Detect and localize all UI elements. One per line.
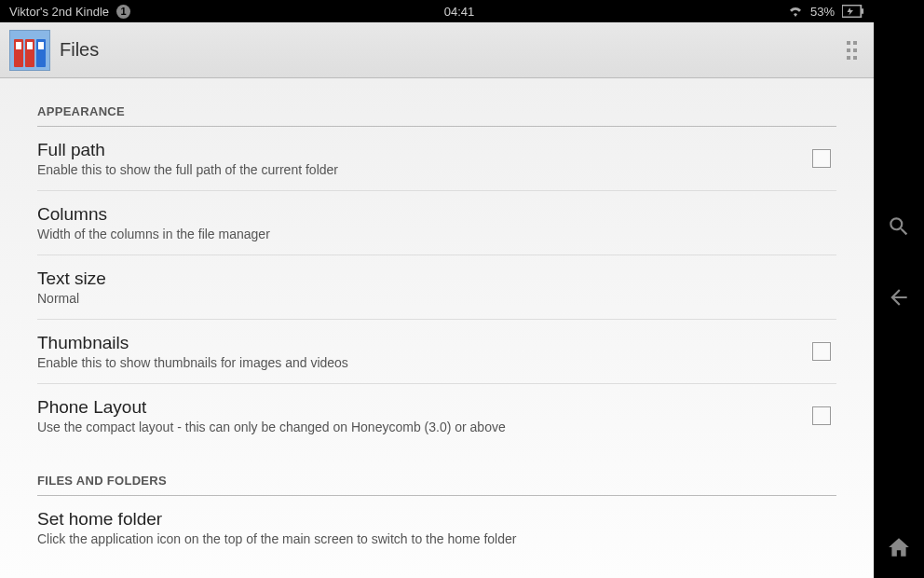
setting-subtitle: Width of the columns in the file manager (37, 227, 836, 241)
setting-title: Full path (37, 140, 794, 160)
setting-subtitle: Normal (37, 291, 836, 306)
battery-percent: 53% (810, 5, 835, 19)
battery-icon (842, 5, 864, 18)
notification-badge: 1 (116, 5, 130, 19)
settings-content[interactable]: APPEARANCE Full path Enable this to show… (0, 78, 874, 578)
setting-title: Columns (37, 204, 836, 225)
svg-rect-1 (861, 8, 863, 14)
status-bar: Viktor's 2nd Kindle 1 04:41 53% (0, 0, 874, 22)
setting-phone-layout[interactable]: Phone Layout Use the compact layout - th… (37, 384, 836, 447)
setting-thumbnails[interactable]: Thumbnails Enable this to show thumbnail… (37, 320, 836, 384)
setting-title: Text size (37, 268, 836, 289)
setting-title: Thumbnails (37, 333, 794, 353)
overflow-menu-icon[interactable] (842, 35, 861, 65)
checkbox-phone-layout[interactable] (812, 406, 831, 425)
status-left: Viktor's 2nd Kindle 1 (9, 5, 130, 19)
setting-text-size[interactable]: Text size Normal (37, 255, 836, 320)
wifi-icon (788, 6, 803, 17)
home-icon[interactable] (887, 535, 911, 559)
status-time: 04:41 (130, 5, 788, 19)
checkbox-thumbnails[interactable] (812, 342, 831, 361)
app-icon[interactable] (9, 30, 50, 71)
setting-subtitle: Enable this to show the full path of the… (37, 162, 794, 177)
status-right: 53% (788, 5, 864, 19)
back-icon[interactable] (887, 285, 911, 310)
setting-subtitle: Enable this to show thumbnails for image… (37, 355, 794, 370)
setting-title: Phone Layout (37, 397, 794, 418)
section-header-files-folders: FILES AND FOLDERS (37, 447, 836, 496)
system-nav-bar (874, 0, 924, 578)
setting-subtitle: Click the application icon on the top of… (37, 531, 836, 546)
checkbox-full-path[interactable] (812, 149, 831, 168)
setting-columns[interactable]: Columns Width of the columns in the file… (37, 191, 836, 255)
setting-home-folder[interactable]: Set home folder Click the application ic… (37, 496, 836, 559)
action-bar: Files (0, 22, 874, 78)
search-icon[interactable] (887, 214, 911, 239)
section-header-appearance: APPEARANCE (37, 78, 836, 127)
device-name: Viktor's 2nd Kindle (9, 5, 109, 19)
setting-full-path[interactable]: Full path Enable this to show the full p… (37, 127, 836, 191)
screen: Viktor's 2nd Kindle 1 04:41 53% Files AP… (0, 0, 874, 578)
setting-subtitle: Use the compact layout - this can only b… (37, 420, 794, 434)
setting-title: Set home folder (37, 509, 836, 530)
app-title: Files (60, 39, 842, 61)
